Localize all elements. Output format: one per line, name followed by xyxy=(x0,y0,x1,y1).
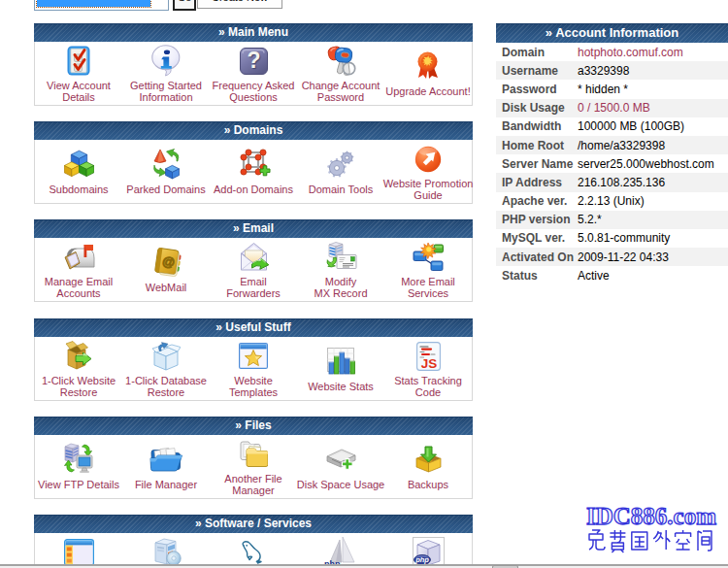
svg-text:JS: JS xyxy=(420,356,437,371)
svg-text:php: php xyxy=(414,555,429,564)
svg-text:?: ? xyxy=(247,48,260,73)
svg-text:@: @ xyxy=(161,253,176,270)
